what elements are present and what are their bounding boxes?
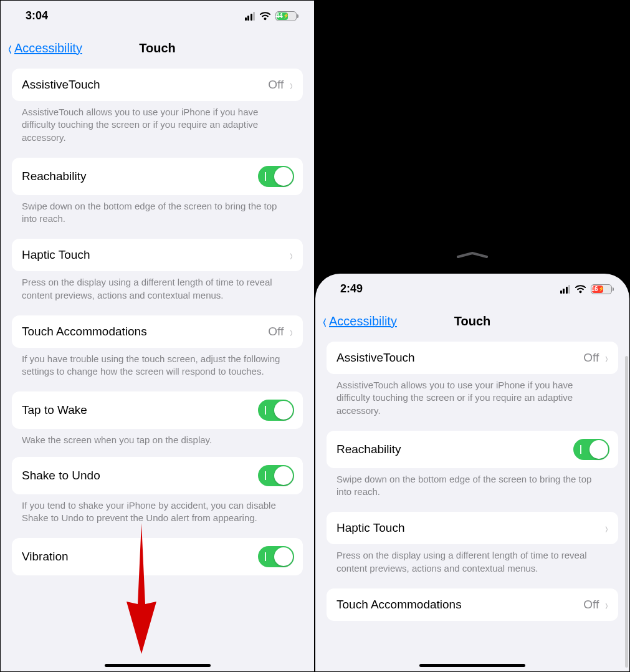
vibration-row[interactable]: Vibration	[12, 538, 303, 575]
taptowake-desc: Wake the screen when you tap on the disp…	[12, 429, 303, 456]
phone-right: 2:49 16⚡ ‹ Accessibility Touch Assistive…	[315, 0, 630, 672]
chevron-left-icon: ‹	[8, 38, 12, 59]
taptowake-toggle[interactable]	[258, 400, 294, 421]
battery-icon: 16⚡	[591, 284, 612, 294]
settings-list[interactable]: AssistiveTouch Off› AssistiveTouch allow…	[315, 342, 629, 621]
touchaccommodations-row[interactable]: Touch Accommodations Off›	[327, 588, 618, 621]
nav-bar: ‹ Accessibility Touch	[315, 300, 629, 342]
row-label: Tap to Wake	[22, 403, 87, 417]
cellular-icon	[245, 12, 255, 21]
page-title: Touch	[454, 314, 491, 329]
chevron-left-icon: ‹	[323, 311, 327, 332]
status-time: 2:49	[340, 282, 363, 295]
row-value: Off	[583, 351, 599, 365]
row-label: Reachability	[22, 170, 87, 183]
row-value: Off	[268, 325, 284, 338]
touchaccommodations-desc: If you have trouble using the touch scre…	[12, 348, 303, 392]
wifi-icon	[575, 285, 586, 294]
row-label: Reachability	[336, 443, 401, 456]
touchaccommodations-row[interactable]: Touch Accommodations Off›	[12, 315, 303, 348]
battery-text: 44	[275, 12, 282, 19]
nav-bar: ‹ Accessibility Touch	[1, 27, 314, 69]
row-label: AssistiveTouch	[336, 351, 415, 365]
chevron-right-icon: ›	[605, 350, 608, 366]
row-label: Shake to Undo	[22, 469, 100, 482]
row-label: Touch Accommodations	[336, 598, 462, 612]
status-bar: 3:04 44⚡	[1, 1, 314, 27]
shaketoundo-row[interactable]: Shake to Undo	[12, 457, 303, 494]
shaketoundo-toggle[interactable]	[258, 465, 294, 486]
row-value: Off	[583, 598, 599, 612]
reachability-row[interactable]: Reachability	[12, 158, 303, 195]
phone-left: 3:04 44⚡ ‹ Accessibility Touch Assistive…	[0, 0, 315, 672]
reachability-desc: Swipe down on the bottom edge of the scr…	[12, 195, 303, 239]
screen-right: 2:49 16⚡ ‹ Accessibility Touch Assistive…	[315, 274, 629, 671]
chevron-right-icon: ›	[605, 521, 608, 536]
taptowake-row[interactable]: Tap to Wake	[12, 391, 303, 429]
chevron-right-icon: ›	[605, 597, 608, 612]
back-button[interactable]: ‹ Accessibility	[322, 312, 397, 330]
assistivetouch-desc: AssistiveTouch allows you to use your iP…	[12, 101, 303, 158]
home-indicator[interactable]	[105, 664, 211, 667]
shaketoundo-desc: If you tend to shake your iPhone by acci…	[12, 494, 303, 539]
back-label: Accessibility	[329, 314, 397, 329]
haptictouch-desc: Press on the display using a different l…	[327, 544, 618, 588]
chevron-right-icon: ›	[290, 77, 292, 93]
status-time: 3:04	[26, 9, 48, 22]
wifi-icon	[259, 12, 271, 21]
assistivetouch-row[interactable]: AssistiveTouch Off›	[12, 69, 303, 101]
haptictouch-desc: Press on the display using a different l…	[12, 271, 303, 315]
row-value: Off	[268, 78, 284, 92]
back-button[interactable]: ‹ Accessibility	[7, 39, 82, 57]
scrollbar[interactable]	[625, 356, 628, 668]
row-label: Haptic Touch	[22, 248, 90, 262]
reachability-row[interactable]: Reachability	[327, 431, 618, 468]
row-label: AssistiveTouch	[22, 78, 100, 92]
home-indicator[interactable]	[419, 664, 525, 667]
status-bar: 2:49 16⚡	[315, 274, 629, 300]
vibration-toggle[interactable]	[258, 546, 294, 567]
assistivetouch-row[interactable]: AssistiveTouch Off›	[327, 342, 618, 374]
back-label: Accessibility	[14, 41, 82, 55]
reachability-toggle[interactable]	[258, 166, 294, 187]
reachability-toggle[interactable]	[573, 439, 609, 460]
reachability-desc: Swipe down on the bottom edge of the scr…	[327, 468, 618, 512]
settings-list[interactable]: AssistiveTouch Off› AssistiveTouch allow…	[1, 69, 314, 575]
page-title: Touch	[139, 41, 176, 55]
battery-icon: 44⚡	[275, 11, 297, 21]
assistivetouch-desc: AssistiveTouch allows you to use your iP…	[327, 374, 618, 431]
screen-left: 3:04 44⚡ ‹ Accessibility Touch Assistive…	[1, 1, 314, 671]
haptictouch-row[interactable]: Haptic Touch ›	[12, 239, 303, 271]
cellular-icon	[560, 285, 571, 294]
chevron-right-icon: ›	[290, 247, 292, 263]
chevron-right-icon: ›	[290, 324, 292, 339]
reachability-handle-icon[interactable]	[457, 252, 488, 257]
battery-text: 16	[591, 286, 598, 292]
row-label: Touch Accommodations	[22, 325, 147, 338]
row-label: Haptic Touch	[336, 521, 405, 535]
haptictouch-row[interactable]: Haptic Touch ›	[327, 512, 618, 544]
row-label: Vibration	[22, 550, 69, 564]
